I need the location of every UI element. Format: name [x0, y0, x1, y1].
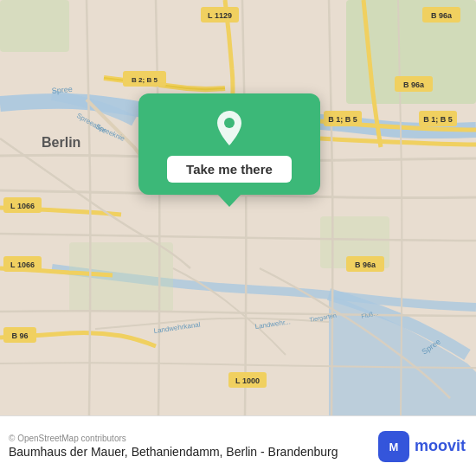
map-pin-icon — [213, 109, 246, 147]
bottom-bar: © OpenStreetMap contributors Baumhaus de… — [0, 415, 476, 476]
svg-text:L 1066: L 1066 — [10, 202, 35, 210]
svg-text:B 96a: B 96a — [355, 261, 376, 269]
moovit-text: moovit — [415, 437, 466, 455]
svg-text:L 1000: L 1000 — [235, 376, 260, 385]
svg-text:L 1066: L 1066 — [10, 261, 35, 269]
svg-text:B 96a: B 96a — [431, 11, 453, 20]
svg-text:Berlin: Berlin — [42, 135, 80, 150]
attribution-text: © OpenStreetMap contributors — [9, 434, 338, 443]
location-popup[interactable]: Take me there — [138, 93, 320, 195]
svg-point-36 — [224, 118, 235, 128]
moovit-icon: M — [378, 431, 409, 462]
location-icon-wrap — [210, 109, 248, 147]
location-label: Baumhaus der Mauer, Bethaniendamm, Berli… — [9, 445, 338, 459]
svg-rect-2 — [0, 0, 69, 52]
bottom-left-info: © OpenStreetMap contributors Baumhaus de… — [9, 434, 338, 459]
svg-rect-4 — [69, 242, 173, 312]
moovit-logo: M moovit — [378, 431, 466, 462]
svg-text:B 96a: B 96a — [403, 80, 425, 89]
svg-text:M: M — [389, 441, 399, 453]
svg-text:B 2; B 5: B 2; B 5 — [132, 76, 158, 84]
map-area: B 96a L 1129 B 2; B 5 B 96a B 1; B 5 B 1… — [0, 0, 476, 415]
svg-text:B 96: B 96 — [11, 331, 28, 340]
svg-text:Spree: Spree — [51, 85, 73, 95]
svg-text:L 1129: L 1129 — [208, 11, 232, 20]
svg-text:B 1; B 5: B 1; B 5 — [423, 115, 453, 124]
svg-text:B 1; B 5: B 1; B 5 — [328, 115, 357, 124]
take-me-there-button[interactable]: Take me there — [167, 156, 292, 183]
moovit-bus-icon: M — [383, 436, 404, 457]
